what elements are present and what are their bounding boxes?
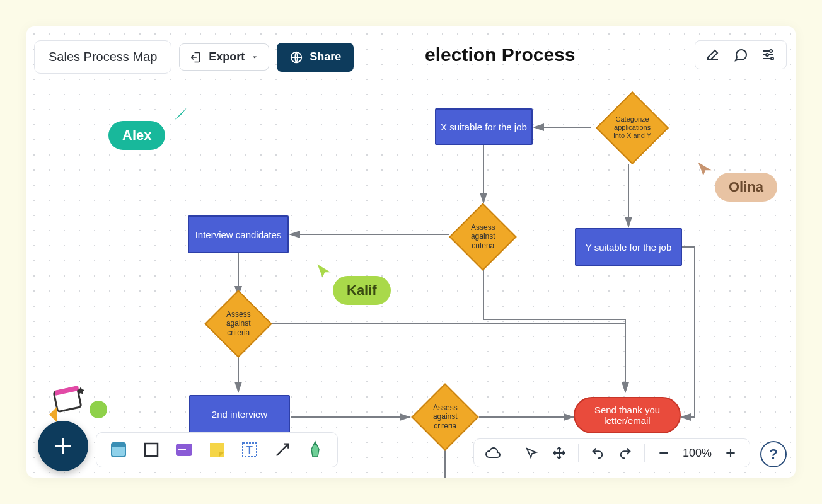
- chevron-down-icon: [251, 54, 258, 61]
- minus-icon: [657, 447, 670, 459]
- cursor-alex: Alex: [108, 121, 165, 150]
- node-label: Send thank you letter/email: [575, 404, 680, 426]
- share-button[interactable]: Share: [277, 43, 354, 72]
- pen-tool[interactable]: [304, 439, 326, 461]
- cursor-label: Alex: [108, 121, 165, 150]
- export-icon: [190, 51, 202, 64]
- cursor-arrow-icon: [315, 262, 333, 280]
- node-label: Y suitable for the job: [586, 242, 671, 253]
- cloud-sync-button[interactable]: [484, 444, 502, 462]
- node-label: Assess against criteria: [422, 403, 468, 430]
- node-y-suitable[interactable]: Y suitable for the job: [575, 228, 682, 266]
- card-icon: [175, 442, 194, 457]
- frame-icon: [110, 441, 127, 459]
- edit-button[interactable]: [704, 46, 722, 64]
- decorative-shapes: [44, 384, 113, 425]
- svg-text:T: T: [246, 445, 253, 455]
- text-icon: T: [241, 441, 258, 459]
- connector-tool[interactable]: [272, 439, 293, 461]
- node-interview[interactable]: Interview candidates: [188, 215, 289, 253]
- canvas-panel: Sales Process Map Export Share election …: [26, 26, 796, 478]
- svg-point-2: [766, 54, 768, 56]
- svg-point-15: [90, 401, 107, 418]
- square-icon: [142, 441, 160, 459]
- node-label: X suitable for the job: [441, 122, 527, 132]
- node-second-interview[interactable]: 2nd interview: [189, 395, 290, 433]
- sliders-icon: [761, 47, 776, 62]
- frame-tool[interactable]: [108, 439, 129, 461]
- globe-icon: [289, 50, 303, 64]
- node-label: Categorize applications into X and Y: [608, 115, 657, 140]
- top-right-toolbar: [695, 40, 787, 69]
- cursor-kalif: Kalif: [316, 276, 391, 305]
- svg-rect-21: [178, 449, 186, 450]
- separator: [578, 444, 579, 462]
- export-button[interactable]: Export: [179, 43, 269, 71]
- arrow-icon: [274, 441, 291, 459]
- cloud-icon: [485, 447, 501, 459]
- zoom-level[interactable]: 100%: [683, 447, 712, 460]
- svg-point-1: [770, 50, 772, 52]
- node-label: Assess against criteria: [460, 223, 506, 250]
- settings-button[interactable]: [760, 46, 777, 64]
- cursor-label: Olina: [715, 173, 777, 202]
- top-left-toolbar: Sales Process Map Export Share: [34, 40, 354, 74]
- redo-icon: [618, 446, 632, 460]
- cursor-olina: Olina: [698, 173, 777, 202]
- node-send-thanks[interactable]: Send thank you letter/email: [574, 397, 681, 433]
- zoom-in-button[interactable]: [722, 444, 739, 462]
- zoom-out-button[interactable]: [655, 444, 673, 462]
- comment-button[interactable]: [732, 46, 750, 64]
- svg-marker-16: [49, 407, 57, 422]
- edit-icon: [705, 47, 721, 62]
- canvas-heading: election Process: [425, 44, 575, 66]
- help-button[interactable]: ?: [760, 441, 787, 467]
- sticky-note-tool[interactable]: [206, 439, 228, 461]
- card-tool[interactable]: [173, 439, 195, 461]
- text-tool[interactable]: T: [239, 439, 260, 461]
- rectangle-tool[interactable]: [141, 439, 162, 461]
- node-label: Interview candidates: [195, 229, 282, 240]
- undo-button[interactable]: [589, 444, 606, 462]
- pointer-icon: [524, 446, 538, 460]
- add-fab[interactable]: [38, 421, 88, 471]
- document-title[interactable]: Sales Process Map: [34, 40, 171, 74]
- pen-icon: [308, 440, 323, 459]
- question-mark-icon: ?: [769, 446, 777, 462]
- undo-icon: [591, 446, 605, 460]
- cursor-arrow-icon: [171, 105, 189, 123]
- shape-tool-tray: T: [96, 432, 338, 467]
- plus-icon: [724, 447, 737, 459]
- redo-button[interactable]: [616, 444, 634, 462]
- svg-point-3: [771, 57, 773, 60]
- svg-rect-18: [112, 443, 125, 447]
- export-label: Export: [209, 50, 245, 64]
- separator: [644, 444, 645, 462]
- svg-rect-19: [145, 444, 158, 456]
- move-icon: [552, 445, 567, 461]
- node-label: 2nd interview: [212, 409, 267, 420]
- plus-icon: [52, 435, 74, 457]
- comment-icon: [733, 47, 748, 62]
- node-label: Assess against criteria: [216, 310, 261, 337]
- svg-rect-22: [210, 443, 224, 457]
- cursor-label: Kalif: [333, 276, 391, 305]
- select-tool[interactable]: [523, 444, 540, 462]
- pan-tool[interactable]: [550, 444, 568, 462]
- sticky-note-icon: [208, 441, 226, 459]
- view-control-tray: 100%: [473, 438, 750, 467]
- share-label: Share: [310, 50, 341, 64]
- cursor-arrow-icon: [696, 160, 714, 178]
- node-x-suitable[interactable]: X suitable for the job: [435, 108, 533, 145]
- separator: [512, 444, 512, 462]
